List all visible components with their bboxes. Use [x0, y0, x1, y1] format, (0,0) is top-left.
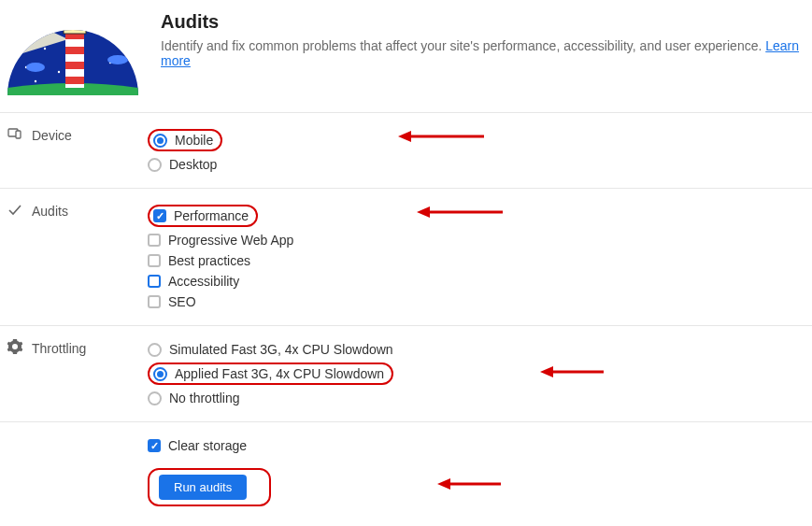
checkbox-performance-label[interactable]: Performance — [174, 208, 249, 223]
svg-marker-16 — [62, 17, 88, 24]
run-audits-button[interactable]: Run audits — [159, 475, 247, 500]
gear-icon — [7, 339, 22, 357]
svg-marker-24 — [540, 366, 553, 377]
lighthouse-illustration — [7, 11, 138, 95]
radio-desktop[interactable] — [148, 158, 162, 172]
svg-point-2 — [44, 48, 46, 50]
checkbox-clear-storage[interactable] — [148, 439, 161, 452]
radio-applied-label[interactable]: Applied Fast 3G, 4x CPU Slowdown — [175, 366, 384, 381]
radio-desktop-label[interactable]: Desktop — [169, 157, 217, 172]
section-footer: Clear storage Run audits — [0, 421, 812, 522]
section-device: Device Mobile Desktop — [0, 112, 812, 188]
audits-label: Audits — [32, 204, 68, 219]
callout-performance: Performance — [148, 205, 258, 227]
svg-point-3 — [58, 71, 60, 73]
checkbox-seo-label[interactable]: SEO — [168, 294, 196, 309]
radio-applied[interactable] — [153, 367, 167, 381]
svg-rect-14 — [65, 77, 84, 84]
checkbox-seo[interactable] — [148, 295, 161, 308]
svg-rect-15 — [64, 24, 86, 34]
svg-marker-20 — [398, 131, 411, 142]
radio-simulated-label[interactable]: Simulated Fast 3G, 4x CPU Slowdown — [169, 342, 393, 357]
checkbox-pwa-label[interactable]: Progressive Web App — [168, 233, 293, 248]
svg-point-9 — [107, 55, 128, 64]
page-title: Audits — [161, 11, 805, 33]
audits-header: Audits Identify and fix common problems … — [0, 0, 812, 112]
svg-rect-13 — [65, 62, 84, 69]
annotation-arrow-icon — [437, 476, 501, 491]
checkbox-clear-storage-label[interactable]: Clear storage — [168, 438, 247, 453]
section-audits: Audits Performance Progressive Web App B… — [0, 188, 812, 325]
page-description: Identify and fix common problems that af… — [161, 38, 805, 68]
radio-mobile-label[interactable]: Mobile — [175, 133, 213, 148]
svg-rect-12 — [65, 47, 84, 54]
checkbox-best-practices[interactable] — [148, 254, 161, 267]
checkmark-icon — [7, 202, 22, 220]
section-throttling: Throttling Simulated Fast 3G, 4x CPU Slo… — [0, 325, 812, 421]
checkbox-performance[interactable] — [153, 209, 166, 222]
device-label: Device — [32, 128, 72, 143]
svg-point-5 — [119, 43, 121, 45]
svg-point-6 — [35, 80, 36, 82]
checkbox-accessibility-label[interactable]: Accessibility — [168, 274, 239, 289]
svg-marker-22 — [417, 206, 430, 218]
svg-marker-26 — [437, 478, 450, 490]
annotation-arrow-icon — [540, 364, 604, 379]
checkbox-pwa[interactable] — [148, 234, 161, 247]
radio-simulated[interactable] — [148, 343, 162, 357]
callout-applied: Applied Fast 3G, 4x CPU Slowdown — [148, 363, 393, 385]
svg-point-8 — [26, 63, 45, 72]
radio-no-throttling-label[interactable]: No throttling — [169, 391, 239, 405]
annotation-arrow-icon — [417, 205, 503, 220]
checkbox-best-practices-label[interactable]: Best practices — [168, 253, 250, 268]
annotation-arrow-icon — [398, 129, 484, 144]
radio-no-throttling[interactable] — [148, 391, 162, 405]
throttling-label: Throttling — [32, 341, 86, 356]
svg-rect-18 — [16, 131, 21, 138]
callout-run-audits: Run audits — [148, 468, 271, 506]
callout-mobile: Mobile — [148, 129, 222, 151]
devices-icon — [7, 126, 22, 144]
radio-mobile[interactable] — [153, 134, 167, 148]
checkbox-accessibility[interactable] — [148, 275, 161, 288]
